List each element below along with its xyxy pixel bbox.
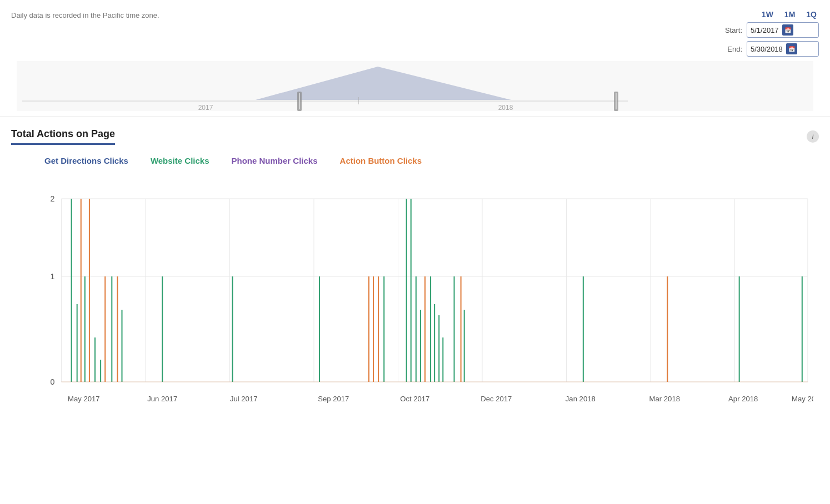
period-1w-button[interactable]: 1W xyxy=(759,9,776,20)
svg-text:1: 1 xyxy=(50,272,54,281)
svg-text:2: 2 xyxy=(50,194,54,203)
svg-text:Apr 2018: Apr 2018 xyxy=(728,395,758,403)
svg-text:2018: 2018 xyxy=(498,104,513,111)
legend-website: Website Clicks xyxy=(151,156,209,165)
svg-text:Jul 2017: Jul 2017 xyxy=(230,395,258,403)
svg-text:0: 0 xyxy=(50,377,54,386)
legend-directions: Get Directions Clicks xyxy=(44,156,128,165)
timezone-note: Daily data is recorded in the Pacific ti… xyxy=(11,9,159,19)
svg-text:May 2017: May 2017 xyxy=(68,395,100,403)
svg-text:May 2018: May 2018 xyxy=(792,395,813,403)
period-buttons: 1W 1M 1Q xyxy=(759,9,819,20)
top-header: Daily data is recorded in the Pacific ti… xyxy=(11,9,819,57)
date-controls: Start: 5/1/2017 📅 End: 5/30/2018 📅 xyxy=(723,22,819,57)
start-date-value: 5/1/2017 xyxy=(751,26,779,34)
svg-text:Jan 2018: Jan 2018 xyxy=(566,395,596,403)
svg-text:Jun 2017: Jun 2017 xyxy=(147,395,177,403)
legend-action: Action Button Clicks xyxy=(340,156,422,165)
period-1m-button[interactable]: 1M xyxy=(782,9,797,20)
section-title: Total Actions on Page xyxy=(11,128,115,145)
start-label: Start: xyxy=(723,26,742,34)
info-icon[interactable]: i xyxy=(807,130,819,143)
start-date-row: Start: 5/1/2017 📅 xyxy=(723,22,819,38)
controls-right: 1W 1M 1Q Start: 5/1/2017 📅 End: 5/30/201… xyxy=(723,9,819,57)
chart-svg: 2 1 0 xyxy=(39,171,813,415)
svg-text:2017: 2017 xyxy=(198,104,213,111)
start-date-input[interactable]: 5/1/2017 📅 xyxy=(747,22,819,38)
end-date-value: 5/30/2018 xyxy=(751,45,783,53)
svg-text:Oct 2017: Oct 2017 xyxy=(400,395,429,403)
end-calendar-icon[interactable]: 📅 xyxy=(786,43,797,54)
minimap-area: 2017 2018 xyxy=(11,61,819,111)
legend-phone: Phone Number Clicks xyxy=(232,156,318,165)
start-calendar-icon[interactable]: 📅 xyxy=(782,24,793,36)
section-header: Total Actions on Page i xyxy=(11,128,819,145)
top-section: Daily data is recorded in the Pacific ti… xyxy=(0,0,830,117)
end-date-input[interactable]: 5/30/2018 📅 xyxy=(747,41,819,57)
minimap-svg: 2017 2018 xyxy=(17,61,813,111)
svg-text:Sep 2017: Sep 2017 xyxy=(318,395,349,403)
main-section: Total Actions on Page i Get Directions C… xyxy=(0,117,830,421)
end-label: End: xyxy=(723,45,742,53)
svg-text:Dec 2017: Dec 2017 xyxy=(481,395,512,403)
svg-text:Mar 2018: Mar 2018 xyxy=(649,395,680,403)
end-date-row: End: 5/30/2018 📅 xyxy=(723,41,819,57)
legend: Get Directions Clicks Website Clicks Pho… xyxy=(44,156,819,165)
chart-container: 2 1 0 xyxy=(39,171,813,415)
period-1q-button[interactable]: 1Q xyxy=(804,9,819,20)
